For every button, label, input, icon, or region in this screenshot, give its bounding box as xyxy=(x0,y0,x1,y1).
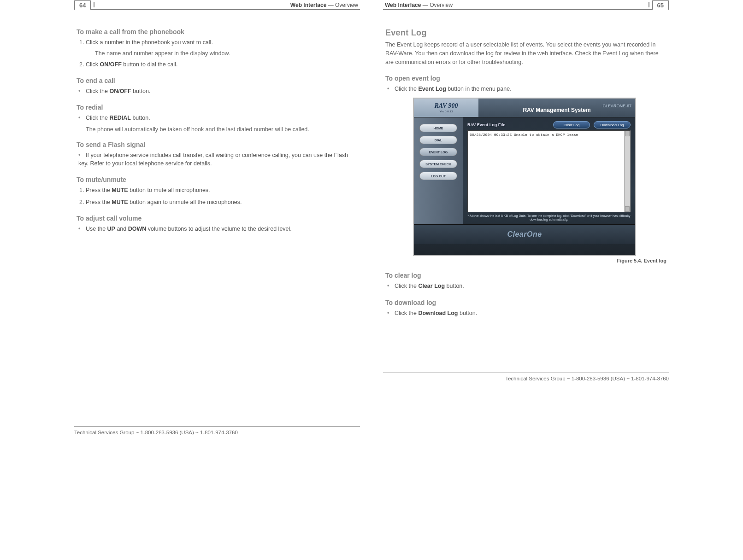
figure-caption: Figure 5.4. Event log xyxy=(385,258,666,263)
page-64: 64 Web Interface — Overview To make a ca… xyxy=(74,0,360,454)
page-header: 64 Web Interface — Overview xyxy=(74,0,360,10)
menu-button-home[interactable]: HOME xyxy=(419,124,457,132)
list: Click a number in the phonebook you want… xyxy=(77,38,358,69)
subheading: To redial xyxy=(77,104,358,111)
subheading: To mute/unmute xyxy=(77,176,358,183)
app-title: RAV Management System xyxy=(523,107,590,113)
subheading-download-log: To download log xyxy=(385,299,666,306)
page-65: Web Interface — Overview 65 Event Log Th… xyxy=(383,0,669,454)
intro-paragraph: The Event Log keeps record of a user sel… xyxy=(385,41,666,66)
header-title: Web Interface — Overview xyxy=(383,0,454,9)
note-text: The phone will automatically be taken of… xyxy=(86,126,358,133)
event-log-textarea[interactable]: 06/28/2004 09:33:25 Unable to obtain a D… xyxy=(467,130,631,212)
list-item: Press the MUTE button to mute all microp… xyxy=(86,186,358,194)
clear-log-button[interactable]: Clear Log xyxy=(553,121,590,128)
list: Click the Clear Log button. xyxy=(385,282,666,290)
download-log-button[interactable]: Download Log xyxy=(594,121,631,128)
menu-button-log-out[interactable]: LOG OUT xyxy=(419,172,457,180)
menu-button-event-log[interactable]: EVENT LOG xyxy=(419,148,457,156)
list-item: Click the Clear Log button. xyxy=(387,282,666,290)
note-text: The name and number appear in the displa… xyxy=(95,50,358,57)
scrollbar[interactable] xyxy=(624,131,630,211)
hostname-label: CLEARONE-67 xyxy=(602,104,631,108)
subheading: To make a call from the phonebook xyxy=(77,28,358,35)
figure-event-log-screenshot: RAV 900 Ver 0.0.13 CLEARONE-67 RAV Manag… xyxy=(413,98,636,256)
section-title-event-log: Event Log xyxy=(385,28,666,38)
page-footer: Technical Services Group ~ 1-800-283-593… xyxy=(74,426,360,435)
list-item: Use the UP and DOWN volume buttons to ad… xyxy=(78,225,358,233)
subheading-open-event-log: To open event log xyxy=(385,75,666,82)
menu-pane: HOMEDIALEVENT LOGSYSTEM CHECKLOG OUT xyxy=(414,117,463,224)
page-footer: Technical Services Group ~ 1-800-283-593… xyxy=(383,373,669,381)
page-number: 64 xyxy=(74,0,91,10)
rav-logo: RAV 900 Ver 0.0.13 xyxy=(414,99,478,117)
clearone-logo: ClearOne xyxy=(507,230,542,239)
list-item: If your telephone service includes call … xyxy=(78,151,358,168)
header-title: Web Interface — Overview xyxy=(289,0,360,9)
log-file-label: RAV Event Log File xyxy=(467,122,549,127)
menu-button-system-check[interactable]: SYSTEM CHECK xyxy=(419,160,457,168)
page-number: 65 xyxy=(652,0,669,10)
subheading: To send a Flash signal xyxy=(77,141,358,148)
list: Click the Download Log button. xyxy=(385,309,666,317)
subheading: To adjust call volume xyxy=(77,215,358,222)
subheading-clear-log: To clear log xyxy=(385,272,666,279)
list-item: Click the Download Log button. xyxy=(387,309,666,317)
list: If your telephone service includes call … xyxy=(77,151,358,168)
list: Click the ON/OFF button. xyxy=(77,87,358,95)
menu-button-dial[interactable]: DIAL xyxy=(419,136,457,144)
list: Click the REDIAL button. xyxy=(77,114,358,122)
list: Click the Event Log button in the menu p… xyxy=(385,85,666,93)
page-header: Web Interface — Overview 65 xyxy=(383,0,669,10)
list: Use the UP and DOWN volume buttons to ad… xyxy=(77,225,358,233)
subheading: To end a call xyxy=(77,77,358,84)
log-hint-text: * Above shows the last 8 KB of Log Data.… xyxy=(467,214,631,222)
list-item: Press the MUTE button again to unmute al… xyxy=(86,198,358,206)
list-item: Click the REDIAL button. xyxy=(78,114,358,122)
list-item: Click a number in the phonebook you want… xyxy=(86,38,358,47)
list-item: Click the Event Log button in the menu p… xyxy=(387,85,666,93)
list: Press the MUTE button to mute all microp… xyxy=(77,186,358,206)
list-item: Click ON/OFF button to dial the call. xyxy=(86,60,358,69)
list-item: Click the ON/OFF button. xyxy=(78,87,358,95)
